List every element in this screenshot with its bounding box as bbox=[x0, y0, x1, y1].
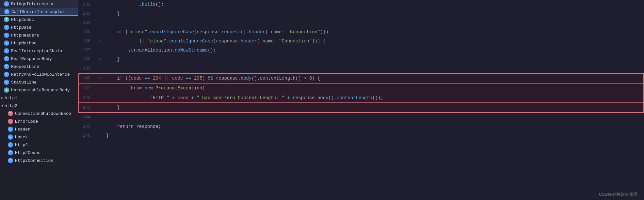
line-gutter bbox=[96, 9, 104, 18]
line-number: 140 bbox=[79, 73, 96, 83]
class-icon: C bbox=[8, 150, 13, 155]
sidebar-group-http1[interactable]: ▶ http1 bbox=[0, 94, 78, 102]
class-icon: C bbox=[4, 9, 9, 14]
code-line-146: 146 } bbox=[79, 131, 644, 140]
line-content: if ((code == 204 || code == 205) && resp… bbox=[104, 73, 644, 83]
line-content: if ("close".equalsIgnoreCase(response.re… bbox=[104, 27, 644, 37]
class-icon: C bbox=[8, 127, 13, 132]
sidebar-item-unrepeatablerequest[interactable]: I UnrepeatableRequestBody bbox=[0, 86, 78, 94]
class-icon: C bbox=[8, 134, 13, 140]
class-icon: C bbox=[4, 80, 9, 85]
code-scroll-area[interactable]: 132 .build(); 133 } 134 bbox=[78, 0, 644, 200]
sidebar-item-realinterceptorchain[interactable]: C RealInterceptorChain bbox=[0, 47, 78, 55]
sidebar-item-requestline[interactable]: C RequestLine bbox=[0, 63, 78, 70]
code-line-140: 140 ◇ if ((code == 204 || code == 205) &… bbox=[79, 73, 644, 83]
line-content: } bbox=[104, 9, 644, 18]
line-content: } bbox=[104, 103, 644, 113]
line-number: 139 bbox=[79, 64, 96, 73]
collapse-arrow-icon: ▶ bbox=[1, 96, 3, 100]
sidebar-item-http2[interactable]: C Http2 bbox=[0, 141, 78, 149]
sidebar-item-label: StatusLine bbox=[11, 80, 37, 85]
exception-icon: E bbox=[8, 111, 13, 116]
line-number: 136 bbox=[79, 37, 96, 46]
code-table: 132 .build(); 133 } 134 bbox=[78, 0, 644, 140]
sidebar-item-label: RealResponseBody bbox=[11, 56, 52, 61]
sidebar-item-callserverinterceptor[interactable]: C CallServerInterceptor bbox=[0, 8, 78, 16]
line-number: 144 bbox=[79, 113, 96, 122]
sidebar-item-label: HttpMethod bbox=[11, 41, 37, 46]
class-icon: C bbox=[8, 142, 13, 147]
line-number: 134 bbox=[79, 18, 96, 27]
line-gutter bbox=[96, 27, 104, 37]
sidebar-item-label: HttpHeaders bbox=[11, 33, 39, 38]
line-gutter bbox=[96, 113, 104, 122]
sidebar-item-bridgeinterceptor[interactable]: C BridgeInterceptor bbox=[0, 0, 78, 8]
file-tree-sidebar[interactable]: C BridgeInterceptor C CallServerIntercep… bbox=[0, 0, 78, 200]
sidebar-item-label: ConnectionShutdownExce bbox=[15, 111, 71, 116]
line-gutter bbox=[96, 122, 104, 131]
sidebar-item-httpdate[interactable]: C HttpDate bbox=[0, 23, 78, 31]
sidebar-item-httpcodec[interactable]: I HttpCodec bbox=[0, 16, 78, 23]
code-line-142: 142 "HTTP " + code + " had non-zero Cont… bbox=[79, 93, 644, 103]
sidebar-item-realresponsebody[interactable]: C RealResponseBody bbox=[0, 55, 78, 63]
class-icon: C bbox=[4, 48, 9, 54]
watermark: CSDN @独饮孜孜昆· bbox=[599, 192, 639, 197]
class-icon: C bbox=[4, 40, 9, 46]
line-number: 142 bbox=[79, 93, 96, 103]
class-icon: C bbox=[4, 64, 9, 69]
code-line-132: 132 .build(); bbox=[79, 0, 644, 9]
line-content: || "close".equalsIgnoreCase(response.hea… bbox=[104, 37, 644, 46]
line-number: 145 bbox=[79, 122, 96, 131]
class-icon: C bbox=[4, 25, 9, 30]
line-number: 137 bbox=[79, 46, 96, 55]
sidebar-item-label: ErrorCode bbox=[15, 119, 38, 124]
code-line-144: 144 bbox=[79, 113, 644, 122]
line-content bbox=[104, 64, 644, 73]
code-line-141: 141 throw new ProtocolException( bbox=[79, 83, 644, 93]
line-gutter: ◇ bbox=[96, 37, 104, 46]
expand-arrow-icon: ▼ bbox=[1, 104, 3, 108]
sidebar-item-label: UnrepeatableRequestBody bbox=[11, 88, 70, 93]
sidebar-item-statusline[interactable]: C StatusLine bbox=[0, 78, 78, 86]
class-icon: C bbox=[4, 1, 9, 7]
sidebar-group-http2[interactable]: ▼ http2 bbox=[0, 102, 78, 110]
class-icon: C bbox=[4, 72, 9, 77]
line-number: 143 bbox=[79, 103, 96, 113]
line-content: .build(); bbox=[104, 0, 644, 9]
sidebar-item-label: Http2Connection bbox=[15, 158, 53, 163]
line-content: } bbox=[104, 55, 644, 64]
line-gutter bbox=[96, 18, 104, 27]
group-label: http1 bbox=[5, 96, 17, 100]
class-icon: C bbox=[4, 33, 9, 38]
sidebar-item-httpheaders[interactable]: C HttpHeaders bbox=[0, 31, 78, 39]
line-gutter bbox=[96, 64, 104, 73]
sidebar-item-http2connection[interactable]: C Http2Connection bbox=[0, 157, 78, 164]
sidebar-item-label: HttpDate bbox=[11, 25, 31, 30]
sidebar-item-connectionshutdownexce[interactable]: E ConnectionShutdownExce bbox=[0, 110, 78, 117]
sidebar-item-errorcode[interactable]: E ErrorCode bbox=[0, 117, 78, 125]
code-editor: 132 .build(); 133 } 134 bbox=[78, 0, 644, 200]
code-line-134: 134 bbox=[79, 18, 644, 27]
sidebar-item-hpack[interactable]: C Hpack bbox=[0, 133, 78, 141]
code-line-138: 138 ◇ } bbox=[79, 55, 644, 64]
line-gutter bbox=[96, 83, 104, 93]
sidebar-item-httpmethod[interactable]: C HttpMethod bbox=[0, 39, 78, 47]
line-content: } bbox=[104, 131, 644, 140]
code-line-139: 139 bbox=[79, 64, 644, 73]
exception-icon: E bbox=[8, 119, 13, 124]
line-content bbox=[104, 113, 644, 122]
line-gutter bbox=[96, 131, 104, 140]
line-number: 146 bbox=[79, 131, 96, 140]
line-gutter: ◇ bbox=[96, 55, 104, 64]
line-gutter bbox=[96, 46, 104, 55]
sidebar-item-header[interactable]: C Header bbox=[0, 125, 78, 133]
code-line-145: 145 return response; bbox=[79, 122, 644, 131]
line-gutter bbox=[96, 0, 104, 9]
sidebar-item-http2codec[interactable]: C Http2Codec bbox=[0, 149, 78, 157]
interface-icon: I bbox=[4, 17, 9, 22]
line-number: 133 bbox=[79, 9, 96, 18]
code-line-136: 136 ◇ || "close".equalsIgnoreCase(respon… bbox=[79, 37, 644, 46]
line-gutter bbox=[96, 93, 104, 103]
sidebar-item-retryandfollowup[interactable]: C RetryAndFollowUpInterce bbox=[0, 70, 78, 78]
sidebar-item-label: RealInterceptorChain bbox=[11, 49, 62, 54]
